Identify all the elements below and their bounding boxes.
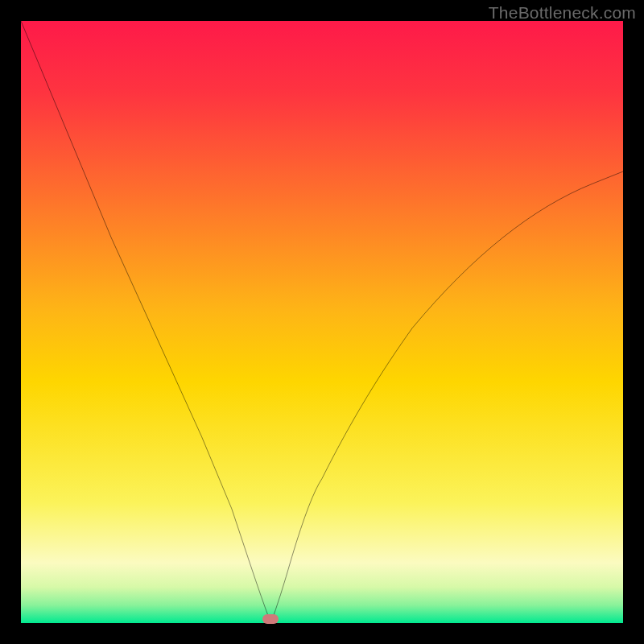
plot-area (21, 21, 623, 623)
chart-frame: TheBottleneck.com (0, 0, 644, 644)
curve-path (21, 21, 623, 623)
minimum-marker (262, 614, 279, 624)
attribution-text: TheBottleneck.com (489, 3, 636, 23)
bottleneck-curve (21, 21, 623, 623)
